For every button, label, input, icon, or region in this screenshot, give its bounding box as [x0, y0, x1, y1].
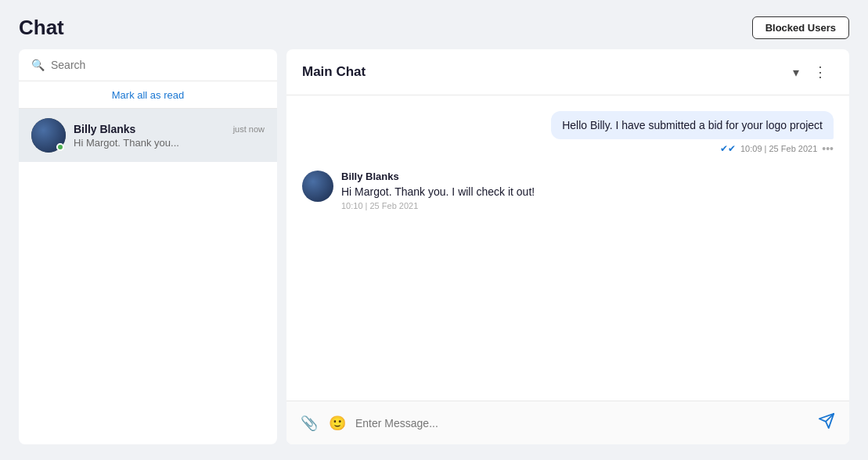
send-button[interactable] [816, 411, 837, 435]
chat-area: Main Chat ▾ ⋮ Hello Billy. I have submit… [286, 49, 849, 444]
message-meta-out: ✔✔ 10:09 | 25 Feb 2021 ••• [720, 142, 834, 155]
attach-button[interactable]: 📎 [299, 413, 319, 433]
message-input[interactable] [355, 417, 809, 429]
message-content-in: Billy Blanks Hi Margot. Thank you. I wil… [341, 171, 834, 210]
message-time-in: 10:10 | 25 Feb 2021 [341, 201, 834, 210]
online-indicator [56, 143, 64, 151]
avatar-wrap [31, 118, 66, 153]
chat-input-area: 📎 🙂 [286, 401, 849, 444]
conversation-item[interactable]: Billy Blanks just now Hi Margot. Thank y… [19, 109, 277, 162]
message-bubble-out: Hello Billy. I have submitted a bid for … [551, 111, 834, 139]
message-sender: Billy Blanks [341, 171, 834, 182]
chat-header: Main Chat ▾ ⋮ [286, 49, 849, 95]
conversation-info: Billy Blanks just now Hi Margot. Thank y… [74, 123, 265, 149]
message-out: Hello Billy. I have submitted a bid for … [302, 111, 834, 155]
chat-more-button[interactable]: ⋮ [809, 60, 834, 84]
search-input[interactable] [51, 59, 265, 71]
conversation-preview: Hi Margot. Thank you... [74, 137, 265, 149]
emoji-button[interactable]: 🙂 [327, 413, 348, 433]
message-time-out: 10:09 | 25 Feb 2021 [740, 144, 817, 153]
conversation-name: Billy Blanks [74, 123, 135, 135]
blocked-users-button[interactable]: Blocked Users [752, 16, 849, 39]
mark-all-read-link[interactable]: Mark all as read [112, 89, 184, 101]
mark-all-read-bar: Mark all as read [19, 81, 277, 109]
message-in: Billy Blanks Hi Margot. Thank you. I wil… [302, 171, 834, 210]
read-receipt-icon: ✔✔ [720, 143, 736, 154]
chat-title: Main Chat [302, 64, 366, 80]
message-text-in: Hi Margot. Thank you. I will check it ou… [341, 185, 834, 198]
sender-avatar [302, 171, 333, 202]
search-box: 🔍 [19, 49, 277, 81]
search-icon: 🔍 [31, 59, 45, 71]
conversation-time: just now [233, 124, 265, 134]
message-options-icon[interactable]: ••• [822, 142, 834, 155]
messages-area: Hello Billy. I have submitted a bid for … [286, 95, 849, 401]
page-title: Chat [19, 16, 64, 40]
chat-dropdown-button[interactable]: ▾ [790, 62, 802, 83]
sidebar: 🔍 Mark all as read Billy Blanks [19, 49, 277, 444]
chat-header-actions: ▾ ⋮ [790, 60, 834, 84]
